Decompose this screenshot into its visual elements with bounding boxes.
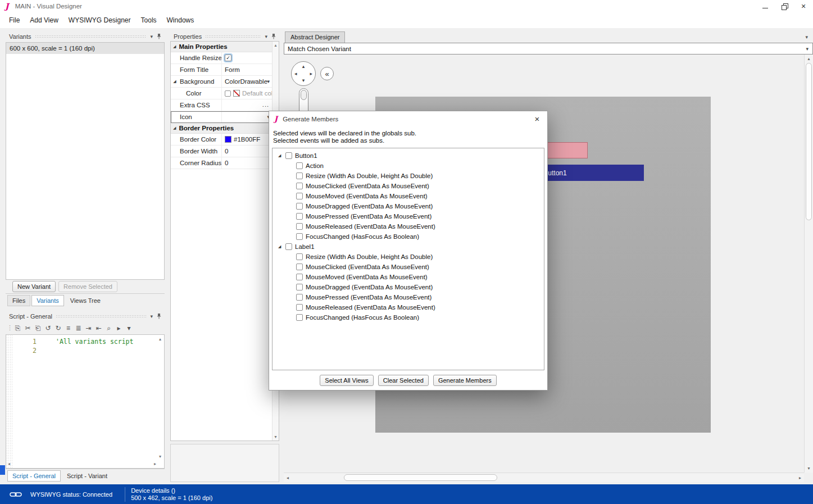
event-checkbox[interactable] [296,203,303,210]
properties-panel-header[interactable]: Properties ▾ [170,31,279,42]
device-details[interactable]: Device details () 500 x 462, scale = 1 (… [125,487,212,502]
group-main-properties[interactable]: ◢ Main Properties [171,42,272,52]
tree-leaf[interactable]: FocusChanged (HasFocus As Boolean) [272,312,544,323]
variant-item[interactable]: 600 x 600, scale = 1 (160 dpi) [6,43,164,54]
event-checkbox[interactable] [296,294,303,301]
pan-right-icon[interactable]: ▸ [310,71,312,76]
pan-down-icon[interactable]: ▾ [302,78,305,83]
variant-selector[interactable]: Match Chosen Variant ▾ [284,43,813,55]
tree-leaf[interactable]: MouseClicked (EventData As MouseEvent) [272,181,544,191]
tree-leaf[interactable]: FocusChanged (HasFocus As Boolean) [272,231,544,242]
menu-wysiwyg-designer[interactable]: WYSIWYG Designer [63,14,136,26]
copy-icon[interactable]: ⎘ [13,323,22,333]
menu-add-view[interactable]: Add View [25,14,63,26]
form-title-field[interactable]: Form [225,66,240,73]
script-panel-header[interactable]: Script - General ▾ [6,311,165,321]
dialog-titlebar[interactable]: J Generate Members × [269,111,547,126]
scroll-left-icon[interactable]: ◂ [8,461,10,466]
scroll-down-icon[interactable]: ▾ [274,434,276,439]
panel-menu-icon[interactable]: ▾ [150,314,153,319]
scroll-right-icon[interactable]: ▸ [799,475,801,480]
corner-radius-field[interactable]: 0 [225,160,228,166]
undo-icon[interactable]: ↺ [43,323,53,333]
minimize-button[interactable] [756,0,775,12]
tree-leaf[interactable]: MousePressed (EventData As MouseEvent) [272,211,544,221]
search-icon[interactable]: ⌕ [104,323,113,333]
comment-icon[interactable]: ≡ [63,323,73,333]
pin-icon[interactable] [271,33,276,39]
tree-leaf[interactable]: MouseMoved (EventData As MouseEvent) [272,191,544,201]
scroll-up-icon[interactable]: ▴ [159,337,161,342]
menu-windows[interactable]: Windows [162,14,199,26]
tab-views-tree[interactable]: Views Tree [65,295,106,306]
border-width-field[interactable]: 0 [225,148,228,155]
drag-handle[interactable] [56,315,147,317]
tree-leaf[interactable]: MouseMoved (EventData As MouseEvent) [272,272,544,282]
tab-abstract-designer[interactable]: Abstract Designer [285,31,345,43]
event-checkbox[interactable] [296,264,303,270]
group-border-properties[interactable]: ◢ Border Properties [171,123,272,134]
tab-variants[interactable]: Variants [31,295,64,306]
tab-files[interactable]: Files [7,295,30,306]
tree-leaf[interactable]: Resize (Width As Double, Height As Doubl… [272,171,544,181]
pin-icon[interactable] [156,33,162,39]
new-variant-button[interactable]: New Variant [12,281,56,292]
scroll-left-icon[interactable]: ◂ [287,475,289,480]
panel-menu-icon[interactable]: ▾ [265,34,267,39]
event-checkbox[interactable] [296,233,303,240]
menu-file[interactable]: File [4,14,25,26]
event-checkbox[interactable] [296,193,303,199]
view-checkbox[interactable] [285,243,292,250]
tab-script-variant[interactable]: Script - Variant [62,470,112,482]
select-all-views-button[interactable]: Select All Views [320,375,373,386]
menu-tools[interactable]: Tools [136,14,162,26]
code-horizontal-scrollbar[interactable]: ◂ ▸ [8,461,156,467]
code-editor[interactable]: 12 'All variants script ◂ ▸ ▴ ▾ [6,334,165,469]
remove-selected-button[interactable]: Remove Selected [58,281,117,292]
tree-node-button1[interactable]: ◢Button1 [272,151,544,161]
scroll-right-icon[interactable]: ▸ [154,461,156,466]
collapse-icon[interactable]: ◢ [173,44,176,49]
background-dropdown[interactable]: ColorDrawable [225,78,267,85]
dialog-close-button[interactable]: × [527,111,547,126]
event-checkbox[interactable] [296,314,303,321]
run-icon[interactable]: ▸ [114,323,124,333]
outdent-icon[interactable]: ⇤ [94,323,103,333]
event-checkbox[interactable] [296,274,303,280]
event-checkbox[interactable] [296,172,303,179]
drag-handle[interactable] [205,35,261,38]
clear-selected-button[interactable]: Clear Selected [378,375,429,386]
tree-leaf[interactable]: MouseDragged (EventData As MouseEvent) [272,201,544,211]
pan-up-icon[interactable]: ▴ [302,64,305,69]
scrollbar-thumb[interactable] [806,63,812,220]
border-color-value[interactable]: #1B00FF [234,136,260,143]
redo-icon[interactable]: ↻ [53,323,63,333]
color-enable-checkbox[interactable] [225,90,231,97]
tree-leaf[interactable]: Resize (Width As Double, Height As Doubl… [272,252,544,262]
scrollbar-thumb[interactable] [344,474,497,481]
more-icon[interactable]: ▾ [124,323,134,333]
tree-leaf[interactable]: MouseClicked (EventData As MouseEvent) [272,262,544,272]
event-checkbox[interactable] [296,162,303,169]
code-vertical-scrollbar[interactable]: ▴ ▾ [157,337,163,459]
view-checkbox[interactable] [285,152,292,159]
designer-horizontal-scrollbar[interactable]: ◂ ▸ [284,473,804,482]
extra-css-expand-button[interactable]: ... [262,101,269,108]
expand-icon[interactable]: ◢ [171,76,179,87]
tree-leaf[interactable]: MousePressed (EventData As MouseEvent) [272,292,544,302]
tree-leaf[interactable]: MouseDragged (EventData As MouseEvent) [272,282,544,292]
uncomment-icon[interactable]: ≣ [74,323,83,333]
expand-icon[interactable]: ◢ [278,153,283,158]
paste-icon[interactable]: ⎗ [33,323,43,333]
panel-menu-icon[interactable]: ▾ [150,34,153,39]
generate-members-button[interactable]: Generate Members [433,375,497,386]
cut-icon[interactable]: ✂ [23,323,33,333]
event-checkbox[interactable] [296,223,303,230]
color-swatch[interactable] [233,90,240,97]
event-checkbox[interactable] [296,183,303,189]
scroll-down-icon[interactable]: ▾ [805,466,813,471]
pin-icon[interactable] [156,313,162,319]
zoom-slider-thumb[interactable] [301,90,307,100]
drag-handle[interactable] [35,35,147,38]
scroll-up-icon[interactable]: ▴ [274,43,276,48]
